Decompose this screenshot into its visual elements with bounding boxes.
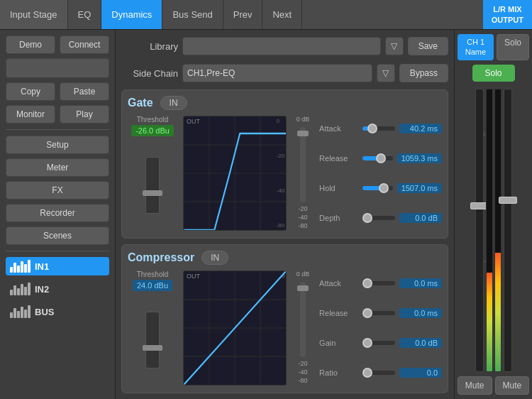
compressor-section: Compressor IN Threshold 24.0 dBu OUT — [121, 244, 448, 393]
gate-attack-value: 40.2 ms — [399, 124, 442, 133]
comp-release-slider[interactable] — [362, 311, 395, 315]
gate-threshold-slider[interactable] — [145, 157, 160, 214]
fx-button[interactable]: FX — [6, 181, 109, 200]
gate-threshold-label: Threshold — [137, 116, 168, 124]
comp-threshold-value: 24.0 dBu — [133, 280, 172, 291]
comp-attack-value: 0.0 ms — [399, 278, 442, 288]
gate-body: Threshold -26.0 dBu OUT 0 -20 -4 — [128, 116, 442, 231]
library-dropdown[interactable]: ▽ — [385, 37, 404, 55]
meter-right — [494, 89, 501, 372]
main-fader-track[interactable]: 10 0 -∞ — [475, 89, 484, 372]
gate-hold-slider[interactable] — [362, 186, 393, 190]
tab-eq[interactable]: EQ — [68, 0, 102, 29]
play-button[interactable]: Play — [60, 105, 109, 124]
solo-active-button[interactable]: Solo — [472, 65, 515, 82]
setup-button[interactable]: Setup — [6, 136, 109, 154]
scenes-button[interactable]: Scenes — [6, 226, 109, 245]
gate-section: Gate IN Threshold -26.0 dBu OUT — [121, 89, 448, 239]
tab-prev[interactable]: Prev — [223, 0, 263, 29]
comp-ratio-value: 0.0 — [399, 368, 442, 378]
gate-threshold-col: Threshold -26.0 dBu — [128, 116, 177, 231]
gate-in-button[interactable]: IN — [160, 96, 187, 110]
demo-button[interactable]: Demo — [6, 35, 55, 54]
mute-button-2[interactable]: Mute — [495, 376, 530, 395]
comp-ratio-label: Ratio — [319, 368, 358, 377]
center-panel: Library ▽ Save Side Chain CH1,Pre-EQ ▽ B… — [116, 30, 454, 399]
main-fader-col: 10 0 -∞ — [475, 89, 484, 372]
top-nav: Input Stage EQ Dynamics Bus Send Prev Ne… — [0, 0, 532, 30]
tab-input-stage[interactable]: Input Stage — [0, 0, 68, 29]
gate-attack-row: Attack 40.2 ms — [319, 124, 442, 133]
tab-dynamics[interactable]: Dynamics — [101, 0, 162, 29]
gate-header: Gate IN — [128, 96, 442, 110]
comp-params: Attack 0.0 ms Release — [319, 270, 442, 386]
lr-mix-section: L/R MIXOUTPUT — [483, 0, 532, 29]
comp-attack-label: Attack — [319, 279, 358, 288]
comp-release-label: Release — [319, 309, 358, 317]
right-fader-track[interactable] — [504, 89, 512, 372]
bus-icon — [10, 305, 31, 318]
right-panel: CH 1Name Solo Solo 10 0 -∞ — [454, 30, 532, 399]
comp-release-value: 0.0 ms — [399, 308, 442, 318]
channel-bus[interactable]: BUS — [6, 302, 109, 321]
meter-button[interactable]: Meter — [6, 158, 109, 177]
tab-next[interactable]: Next — [262, 0, 302, 29]
gate-params: Attack 40.2 ms Release — [319, 116, 442, 231]
sidechain-row: Side Chain CH1,Pre-EQ ▽ Bypass — [121, 62, 448, 84]
lr-mix-button[interactable]: L/R MIXOUTPUT — [483, 0, 532, 29]
gate-release-value: 1059.3 ms — [397, 153, 442, 163]
comp-attack-row: Attack 0.0 ms — [319, 278, 442, 288]
gate-graph: OUT 0 -20 -40 -80 — [183, 116, 287, 231]
bypass-button[interactable]: Bypass — [399, 64, 448, 82]
sidebar: Demo Connect Copy Paste Monitor Play Set… — [0, 30, 116, 399]
comp-reduction-col: 0 dB -20 -40 -80 — [292, 270, 314, 386]
comp-threshold-label: Threshold — [137, 270, 168, 278]
gate-attack-label: Attack — [319, 124, 358, 133]
save-button[interactable]: Save — [408, 37, 448, 55]
gate-hold-label: Hold — [319, 184, 358, 192]
gate-depth-value: 0.0 dB — [399, 213, 442, 223]
in2-icon — [10, 283, 31, 295]
paste-button[interactable]: Paste — [60, 82, 109, 101]
comp-ratio-slider[interactable] — [362, 371, 395, 375]
in2-label: IN2 — [35, 284, 49, 295]
sidechain-field[interactable]: CH1,Pre-EQ — [182, 64, 372, 82]
gate-title: Gate — [128, 97, 153, 109]
comp-reduction-label: 0 dB — [297, 270, 310, 278]
recorder-button[interactable]: Recorder — [6, 204, 109, 222]
gate-threshold-value: -26.0 dBu — [131, 125, 174, 136]
comp-attack-slider[interactable] — [362, 281, 395, 285]
solo-button[interactable]: Solo — [497, 34, 529, 60]
comp-gain-slider[interactable] — [362, 341, 395, 345]
gate-depth-top: 0 dB — [297, 116, 310, 123]
comp-graph: OUT 0 — [183, 270, 287, 386]
comp-release-row: Release 0.0 ms — [319, 308, 442, 318]
ch-name-button[interactable]: CH 1Name — [458, 34, 494, 60]
channel-in1[interactable]: IN1 — [6, 257, 109, 275]
gate-hold-value: 1507.0 ms — [397, 183, 442, 193]
ch-name-solo-row: CH 1Name Solo — [458, 34, 529, 60]
compressor-header: Compressor IN — [128, 251, 442, 265]
library-row: Library ▽ Save — [121, 35, 448, 57]
gate-depth-slider[interactable] — [300, 127, 306, 202]
channel-in2[interactable]: IN2 — [6, 280, 109, 298]
connect-button[interactable]: Connect — [60, 35, 109, 54]
comp-reduction-slider[interactable] — [300, 282, 306, 357]
tab-bus-send[interactable]: Bus Send — [162, 0, 223, 29]
gate-depth-horiz-slider[interactable] — [362, 216, 395, 220]
gate-release-slider[interactable] — [362, 156, 393, 160]
monitor-button[interactable]: Monitor — [6, 105, 55, 124]
sidechain-dropdown[interactable]: ▽ — [377, 64, 395, 82]
gate-attack-slider[interactable] — [362, 126, 395, 131]
mute-button-1[interactable]: Mute — [458, 376, 492, 395]
in1-icon — [10, 260, 31, 273]
sidechain-label: Side Chain — [121, 68, 178, 79]
library-label: Library — [121, 41, 178, 52]
gate-depth-col: 0 dB -20 -40 -80 — [292, 116, 314, 231]
compressor-in-button[interactable]: IN — [201, 251, 228, 265]
right-fader-handle[interactable] — [499, 197, 517, 204]
mute-row: Mute Mute — [458, 376, 529, 395]
copy-button[interactable]: Copy — [6, 82, 55, 101]
library-field[interactable] — [182, 37, 381, 55]
comp-threshold-slider[interactable] — [145, 312, 160, 368]
